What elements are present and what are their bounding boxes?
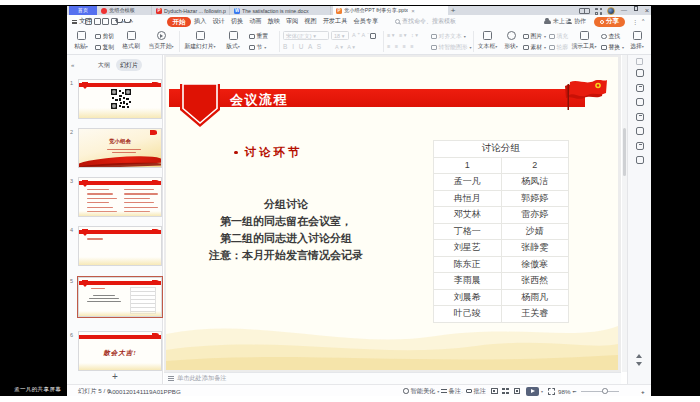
notes-bar[interactable]: 单击此处添加备注 <box>164 372 621 384</box>
assets-button[interactable]: 素材▾ <box>523 43 546 52</box>
table-cell[interactable]: 丁格一 <box>434 223 502 240</box>
objects-icon[interactable] <box>636 84 644 92</box>
table-cell[interactable]: 王关睿 <box>501 306 569 323</box>
slide-thumbnail-1[interactable] <box>78 79 162 119</box>
slide-section-bullet[interactable]: 讨论环节 <box>234 145 303 160</box>
play-from-current-button[interactable]: 当页开始▾ <box>145 31 177 51</box>
slide-thumbnail-2[interactable]: 党小组会 <box>78 128 162 168</box>
tab-pdf-document[interactable]: P Dyduch-Hazar ... followin.pdf <box>153 6 230 15</box>
table-cell[interactable]: 冉恒月 <box>434 190 502 207</box>
outline-button[interactable]: 轮廓 <box>549 43 568 52</box>
settings-icon[interactable] <box>636 142 644 150</box>
slide-thumbnail-3[interactable] <box>78 177 162 217</box>
slide-title-text[interactable]: 会议流程 <box>230 91 360 109</box>
zoom-in-button[interactable]: + <box>641 385 645 396</box>
table-cell[interactable]: 张西然 <box>501 273 569 290</box>
fill-button[interactable]: 填充 <box>549 32 568 41</box>
slide-thumbnail-6[interactable]: 散会大吉! <box>78 331 162 371</box>
collapse-ribbon-icon[interactable]: ^ <box>642 18 644 24</box>
slide-thumbnail-4[interactable] <box>78 226 162 266</box>
fit-slide-icon[interactable] <box>548 388 555 395</box>
split-window-icon[interactable] <box>579 8 590 14</box>
table-cell[interactable]: 雷亦婷 <box>501 207 569 224</box>
comments-toggle-button[interactable]: 批注 <box>466 385 486 396</box>
shapes-button[interactable]: 形状▾ <box>501 31 521 51</box>
discussion-groups-table[interactable]: 讨论分组 1 2 孟一凡杨凤洁冉恒月郭婷婷邓艾林雷亦婷丁格一沙婧刘星艺张静雯陈东… <box>433 140 569 323</box>
share-button[interactable]: 分享 <box>594 17 625 27</box>
tab-slides-active[interactable]: 幻灯片 <box>116 59 142 71</box>
notes-toggle-button[interactable]: 备注 <box>441 385 461 396</box>
print-preview-icon[interactable] <box>102 18 109 25</box>
table-cell[interactable]: 李雨晨 <box>434 273 502 290</box>
cut-button[interactable]: 剪切 <box>95 32 114 41</box>
menu-tab-2[interactable]: 切换 <box>231 17 243 26</box>
window-close-button[interactable]: × <box>642 6 651 15</box>
zoom-slider[interactable] <box>581 391 619 392</box>
slide-thumbnail-5[interactable] <box>78 277 162 317</box>
clear-format-icon[interactable] <box>370 33 376 39</box>
menu-tab-0[interactable]: 插入 <box>194 17 206 26</box>
text-box-button[interactable]: 文本框▾ <box>475 31 500 51</box>
find-button[interactable]: 查找 <box>601 32 620 41</box>
redo-dropdown-icon[interactable]: ▾ <box>131 19 133 24</box>
properties-icon[interactable] <box>636 69 644 77</box>
window-minimize-button[interactable]: — <box>619 6 629 15</box>
tab-word-document[interactable]: W The satisfaction is mine.docx <box>231 6 331 15</box>
new-tab-button[interactable]: + <box>448 6 458 15</box>
section-button[interactable]: 节▾ <box>249 43 266 52</box>
save-icon[interactable] <box>85 18 92 25</box>
table-cell[interactable]: 杨凤洁 <box>501 174 569 191</box>
font-size-select[interactable]: 18 ▾ <box>331 31 349 40</box>
command-search[interactable]: 查找命令、搜索模板 <box>395 15 456 28</box>
picture-button[interactable]: 图片▾ <box>523 32 546 41</box>
table-cell[interactable]: 邓艾林 <box>434 207 502 224</box>
menu-tab-5[interactable]: 审阅 <box>286 17 298 26</box>
menu-tab-8[interactable]: 会员专享 <box>353 17 378 26</box>
tab-close-icon[interactable]: × <box>411 8 415 14</box>
menu-tab-1[interactable]: 设计 <box>212 17 224 26</box>
reset-button[interactable]: 重置 <box>249 32 268 41</box>
new-slide-button[interactable]: 新建幻灯片▾ <box>181 31 219 51</box>
format-painter-button[interactable]: 格式刷 <box>119 31 143 51</box>
tab-ppt-document-active[interactable]: P 党小组会PPT 时事分享.pptx × <box>333 6 448 15</box>
assets-icon[interactable] <box>636 127 644 135</box>
tab-home[interactable]: 首页 <box>69 6 97 15</box>
sidebar-top-icon[interactable] <box>636 58 643 65</box>
present-tools-button[interactable]: 演示工具▾ <box>569 31 599 51</box>
slide-body-text[interactable]: 分组讨论 第一组的同志留在会议室， 第二组的同志进入讨论分组 注意：本月开始发言… <box>186 196 386 264</box>
table-cell[interactable]: 叶己竣 <box>434 306 502 323</box>
normal-view-icon[interactable] <box>491 388 498 394</box>
add-slide-button[interactable]: + <box>109 371 121 383</box>
next-slide-icon[interactable] <box>636 362 642 366</box>
slide-sorter-view-icon[interactable] <box>502 388 509 395</box>
more-menu-icon[interactable]: ⋮ <box>632 18 638 25</box>
beautify-button[interactable]: 智能美化▾ <box>403 385 439 396</box>
font-color-buttons[interactable]: A▾ A▾ <box>335 44 357 50</box>
panel-collapse-icon[interactable]: « <box>71 62 74 68</box>
menu-tab-3[interactable]: 动画 <box>249 17 261 26</box>
previous-slide-icon[interactable] <box>636 354 642 358</box>
font-style-buttons[interactable]: B I U A S <box>283 43 323 50</box>
align-text-button[interactable]: 对齐文本▾ <box>431 32 466 41</box>
zoom-out-button[interactable]: − <box>573 385 577 396</box>
zoom-slider-knob[interactable] <box>602 388 608 394</box>
menu-tab-7[interactable]: 开发工具 <box>323 17 348 26</box>
slide-editing-area[interactable]: 会议流程 讨论环节 分组讨论 第一组的同志留在会议室， 第二组的同志进入讨论分组… <box>166 57 618 370</box>
table-cell[interactable]: 郭婷婷 <box>501 190 569 207</box>
menu-tab-home-active[interactable]: 开始 <box>167 17 191 27</box>
select-button[interactable]: 选择▾ <box>627 31 647 51</box>
page-up-down-icons[interactable] <box>636 354 643 370</box>
table-cell[interactable]: 刘晨希 <box>434 289 502 306</box>
print-icon[interactable] <box>94 18 101 25</box>
more-icon[interactable] <box>636 156 644 164</box>
bullet-list-icons[interactable]: ≡▾ ≡▾ ↕▾ <box>387 32 420 38</box>
design-icon[interactable] <box>636 113 644 121</box>
table-cell[interactable]: 陈东正 <box>434 256 502 273</box>
table-cell[interactable]: 杨雨凡 <box>501 289 569 306</box>
paste-button[interactable]: 粘贴▾ <box>70 31 92 51</box>
paragraph-align-icons[interactable]: ≡ ≡ ≡ ≡ <box>387 43 415 49</box>
slide-layout-button[interactable]: 版式▾ <box>221 31 245 51</box>
font-grow-shrink-icons[interactable]: A⁺A⁻ <box>352 32 371 38</box>
replace-button[interactable]: 替换▾ <box>601 43 624 52</box>
zoom-level[interactable]: 98%▾ <box>558 385 574 396</box>
